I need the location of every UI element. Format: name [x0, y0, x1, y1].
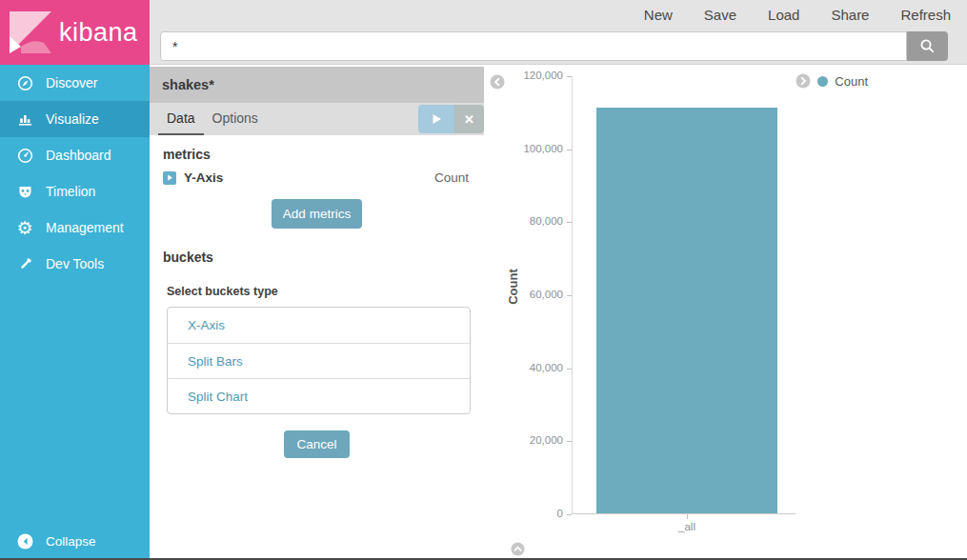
wrench-icon: [16, 256, 33, 272]
collapse-legend-icon[interactable]: [796, 73, 811, 89]
brand-wordmark: kibana: [59, 18, 138, 48]
bucket-type-list: X-Axis Split Bars Split Chart: [167, 307, 471, 414]
sidebar-nav: Discover Visualize Dashboard Timelion: [0, 65, 150, 282]
search-input[interactable]: [160, 31, 907, 61]
x-tick-label: _all: [678, 521, 695, 532]
kibana-brand[interactable]: kibana: [0, 0, 150, 65]
expand-metric-button[interactable]: [163, 171, 176, 185]
collapse-editor-icon[interactable]: [490, 74, 505, 90]
close-icon: ✕: [464, 112, 474, 127]
buckets-heading: buckets: [163, 250, 471, 265]
sidebar-collapse-button[interactable]: Collapse: [0, 524, 150, 558]
tab-data[interactable]: Data: [158, 103, 204, 135]
y-tick-mark: [567, 514, 572, 515]
chevron-right-icon: [167, 174, 173, 181]
sidebar-item-label: Management: [46, 220, 124, 235]
kibana-logo-icon: [10, 11, 51, 53]
y-tick-mark: [567, 150, 572, 150]
add-metrics-button[interactable]: Add metrics: [272, 199, 362, 229]
x-axis-line: [573, 513, 796, 514]
y-tick-mark: [567, 222, 572, 223]
vis-title-bar: shakes*: [150, 67, 484, 103]
legend-swatch[interactable]: [817, 76, 828, 87]
apply-changes-button[interactable]: [418, 105, 454, 133]
search-bar: [160, 31, 948, 61]
metric-label: Y-Axis: [184, 170, 223, 185]
sidebar-item-label: Dev Tools: [46, 256, 104, 271]
y-tick-mark: [567, 295, 572, 296]
x-tick-mark: [687, 514, 688, 519]
chart-legend: Count: [796, 73, 868, 89]
sidebar-item-label: Visualize: [46, 111, 99, 127]
tab-options[interactable]: Options: [204, 103, 267, 135]
y-tick-label: 120,000: [523, 70, 563, 81]
menu-share[interactable]: Share: [831, 7, 869, 23]
collapse-bottom-icon[interactable]: [511, 542, 525, 556]
editor-content: metrics Y-Axis Count Add metrics buckets…: [150, 135, 484, 458]
gear-icon: ⚙: [16, 220, 33, 236]
metric-value: Count: [434, 170, 471, 185]
bar-chart-icon: [16, 111, 33, 128]
metric-row-y-axis[interactable]: Y-Axis Count: [163, 170, 471, 185]
menu-load[interactable]: Load: [768, 7, 799, 23]
discard-changes-button[interactable]: ✕: [454, 105, 484, 133]
menu-save[interactable]: Save: [704, 7, 736, 23]
bucket-option-x-axis[interactable]: X-Axis: [168, 308, 470, 343]
kibana-app: kibana Discover Visualize Dashboard: [0, 0, 967, 560]
collapse-left-icon: [16, 533, 33, 550]
y-tick-mark: [567, 76, 572, 77]
topbar-menu: New Save Load Share Refresh: [644, 7, 951, 23]
editor-tab-bar: Data Options ✕: [150, 103, 484, 135]
sidebar-item-label: Timelion: [46, 184, 95, 199]
collapse-label: Collapse: [46, 534, 96, 549]
y-axis-title: Count: [506, 269, 520, 305]
search-button[interactable]: [907, 31, 948, 61]
sidebar-item-label: Dashboard: [46, 148, 111, 163]
sidebar-item-dashboard[interactable]: Dashboard: [0, 137, 150, 173]
bar[interactable]: [596, 108, 777, 514]
menu-new[interactable]: New: [644, 7, 673, 23]
y-tick-label: 60,000: [530, 289, 563, 300]
bucket-option-split-chart[interactable]: Split Chart: [168, 378, 470, 413]
play-icon: [431, 113, 442, 125]
sidebar-item-management[interactable]: ⚙ Management: [0, 210, 150, 246]
sidebar-item-label: Discover: [46, 75, 97, 90]
cancel-button[interactable]: Cancel: [284, 430, 349, 458]
compass-icon: [16, 75, 33, 91]
editor-action-buttons: ✕: [418, 105, 484, 133]
vis-editor-panel: shakes* Data Options ✕ metrics: [150, 65, 484, 560]
sidebar-item-dev-tools[interactable]: Dev Tools: [0, 246, 150, 282]
vis-title: shakes*: [162, 77, 214, 92]
bucket-option-split-bars[interactable]: Split Bars: [168, 343, 470, 378]
metrics-heading: metrics: [163, 147, 471, 162]
chart-panel: Count Count _all 020,00040,00060,00080,0…: [484, 65, 967, 560]
sidebar-item-discover[interactable]: Discover: [0, 65, 150, 101]
search-icon: [919, 38, 936, 54]
y-tick-label: 20,000: [530, 435, 563, 447]
sidebar: kibana Discover Visualize Dashboard: [0, 0, 150, 560]
plot: _all 020,00040,00060,00080,000100,000120…: [572, 76, 796, 514]
legend-label[interactable]: Count: [835, 74, 868, 89]
y-tick-label: 0: [557, 508, 563, 519]
sidebar-item-visualize[interactable]: Visualize: [0, 101, 150, 137]
y-tick-mark: [567, 441, 572, 442]
y-tick-mark: [567, 369, 572, 370]
timelion-icon: [16, 184, 33, 200]
y-tick-label: 40,000: [530, 362, 563, 373]
y-tick-label: 80,000: [530, 216, 563, 228]
gauge-icon: [16, 148, 33, 164]
y-tick-label: 100,000: [523, 143, 563, 154]
topbar: New Save Load Share Refresh: [150, 0, 967, 65]
sidebar-item-timelion[interactable]: Timelion: [0, 173, 150, 210]
menu-refresh[interactable]: Refresh: [900, 7, 951, 23]
select-buckets-type-label: Select buckets type: [167, 285, 471, 298]
